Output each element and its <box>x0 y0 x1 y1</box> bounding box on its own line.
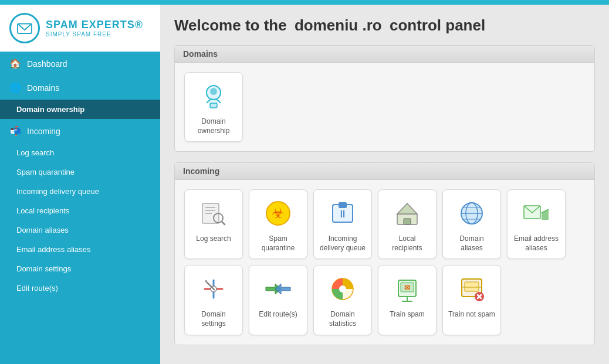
svg-text:✉: ✉ <box>404 284 410 292</box>
sidebar-item-incoming-delivery-queue[interactable]: Incoming delivery queue <box>0 182 160 201</box>
edit-routes-icon <box>262 273 295 305</box>
sidebar-item-domain-ownership[interactable]: Domain ownership <box>0 100 160 119</box>
domain-statistics-icon <box>326 273 359 305</box>
tile-domain-ownership[interactable]: Domain ownership <box>184 72 243 142</box>
tile-domain-ownership-label: Domain ownership <box>190 117 238 135</box>
domains-section-header: Domains <box>175 46 594 63</box>
incoming-section-body: Log search ☣ Spam quarantine <box>175 180 594 344</box>
sidebar-item-label: Dashboard <box>27 59 67 69</box>
tile-email-address-aliases[interactable]: Email address aliases <box>507 189 566 259</box>
train-not-spam-icon <box>455 273 488 305</box>
domain-aliases-icon <box>455 197 488 230</box>
incoming-section-header: Incoming <box>175 163 594 180</box>
tile-local-recipients-label: Local recipients <box>383 234 431 253</box>
sidebar-item-label: Domain settings <box>16 264 71 273</box>
incoming-delivery-icon: ⏸ <box>326 197 359 230</box>
tile-domain-statistics[interactable]: Domain statistics <box>313 265 372 335</box>
sidebar-item-domain-aliases[interactable]: Domain aliases <box>0 220 160 240</box>
tile-domain-statistics-label: Domain statistics <box>319 310 367 328</box>
tile-domain-aliases-label: Domain aliases <box>448 234 496 253</box>
tile-train-spam-label: Train spam <box>390 310 425 319</box>
sidebar-item-label: Email address aliases <box>16 245 90 254</box>
svg-rect-41 <box>465 282 479 291</box>
tile-train-not-spam-label: Train not spam <box>448 310 495 319</box>
sidebar-item-incoming[interactable]: 📬 Incoming <box>0 119 160 143</box>
incoming-icon: 📬 <box>9 125 21 137</box>
main-content: Welcome to the domeniu .ro control panel… <box>160 5 609 364</box>
svg-rect-13 <box>339 202 347 208</box>
tile-edit-routes-label: Edit route(s) <box>259 310 297 319</box>
tile-incoming-delivery-queue[interactable]: ⏸ Incoming delivery queue <box>313 189 372 259</box>
sidebar-item-label: Incoming delivery queue <box>16 187 99 196</box>
home-icon: 🏠 <box>9 58 21 69</box>
tile-incoming-delivery-queue-label: Incoming delivery queue <box>319 234 367 253</box>
train-spam-icon: ✉ <box>391 273 424 305</box>
domains-section: Domains Domain ownership <box>174 45 595 152</box>
svg-rect-17 <box>404 219 411 224</box>
sidebar-item-email-address-aliases[interactable]: Email address aliases <box>0 240 160 259</box>
page-title: Welcome to the domeniu .ro control panel <box>174 16 595 35</box>
tile-spam-quarantine[interactable]: ☣ Spam quarantine <box>249 189 307 259</box>
tile-local-recipients[interactable]: Local recipients <box>378 189 437 259</box>
sidebar-item-domains[interactable]: 🌐 Domains <box>0 76 160 100</box>
tile-domain-settings[interactable]: Domain settings <box>184 265 243 335</box>
tile-train-not-spam[interactable]: Train not spam <box>442 265 501 335</box>
tile-edit-routes[interactable]: Edit route(s) <box>249 265 307 335</box>
tile-train-spam[interactable]: ✉ Train spam <box>378 265 437 335</box>
svg-text:⏸: ⏸ <box>337 208 348 220</box>
sidebar-item-label: Edit route(s) <box>16 284 58 292</box>
tile-spam-quarantine-label: Spam quarantine <box>254 234 302 253</box>
sidebar-item-edit-routes[interactable]: Edit route(s) <box>0 278 160 298</box>
sidebar-item-log-search[interactable]: Log search <box>0 143 160 162</box>
sidebar-item-label: Spam quarantine <box>16 168 75 176</box>
svg-line-9 <box>222 222 225 224</box>
sidebar-item-local-recipients[interactable]: Local recipients <box>0 201 160 220</box>
email-address-aliases-icon <box>520 197 553 230</box>
svg-point-2 <box>210 88 217 95</box>
tile-domain-aliases[interactable]: Domain aliases <box>442 189 501 259</box>
sidebar-item-domain-settings[interactable]: Domain settings <box>0 259 160 278</box>
tile-log-search[interactable]: Log search <box>184 189 243 259</box>
sidebar-item-label: Log search <box>16 148 54 157</box>
sidebar-item-label: Domain ownership <box>16 105 84 114</box>
tile-email-address-aliases-label: Email address aliases <box>512 234 560 253</box>
top-bar <box>0 0 609 5</box>
local-recipients-icon <box>391 197 424 230</box>
domains-section-body: Domain ownership <box>175 63 594 151</box>
svg-rect-3 <box>210 103 217 108</box>
domain-ownership-icon <box>197 80 230 113</box>
sidebar-item-label: Domains <box>27 83 59 93</box>
tile-domain-settings-label: Domain settings <box>190 310 238 328</box>
domain-settings-icon <box>197 273 230 305</box>
sidebar-item-label: Domain aliases <box>16 226 69 234</box>
svg-point-34 <box>339 285 346 292</box>
tile-log-search-label: Log search <box>196 234 231 244</box>
sidebar-logo: SPAM EXPERTS® SIMPLY SPAM FREE <box>0 5 160 52</box>
svg-text:☣: ☣ <box>272 205 285 221</box>
logo-subtitle: SIMPLY SPAM FREE <box>46 31 143 38</box>
sidebar: SPAM EXPERTS® SIMPLY SPAM FREE 🏠 Dashboa… <box>0 5 160 364</box>
logo-text: SPAM EXPERTS® SIMPLY SPAM FREE <box>46 19 143 38</box>
log-search-icon <box>197 197 230 230</box>
svg-marker-16 <box>397 203 417 214</box>
svg-marker-32 <box>275 284 290 294</box>
sidebar-item-label: Local recipients <box>16 206 69 215</box>
sidebar-item-dashboard[interactable]: 🏠 Dashboard <box>0 52 160 76</box>
logo-title: SPAM EXPERTS® <box>46 19 143 31</box>
sidebar-item-spam-quarantine[interactable]: Spam quarantine <box>0 162 160 182</box>
logo-icon <box>9 13 40 43</box>
spam-quarantine-icon: ☣ <box>262 197 295 230</box>
sidebar-item-label: Incoming <box>27 127 60 136</box>
globe-icon: 🌐 <box>9 82 21 93</box>
incoming-section: Incoming Log search <box>174 162 595 345</box>
